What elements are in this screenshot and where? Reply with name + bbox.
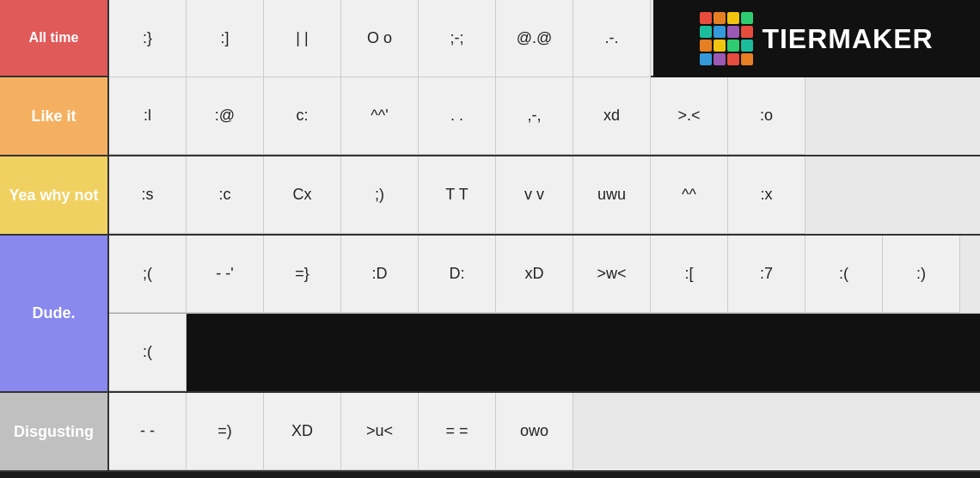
yeawhynot-item-8[interactable]: :x: [728, 156, 805, 234]
disgusting-label: Disgusting: [0, 393, 107, 470]
likeit-item-5[interactable]: ,-,: [496, 77, 573, 155]
dude-row1-item-5[interactable]: xD: [496, 236, 573, 313]
likeit-item-8[interactable]: :o: [728, 77, 805, 155]
likeit-item-7[interactable]: >.<: [651, 77, 728, 155]
alltime-item-6[interactable]: .-.: [573, 0, 651, 77]
logo-cell-7: [741, 26, 753, 38]
alltime-items: :}:]| |O o;-;@.@.-.: [107, 0, 653, 77]
dude-row2-dark-fill: [187, 314, 980, 391]
likeit-label: Like it: [0, 77, 107, 155]
row-yeawhynot: Yea why not :s:cCx;)T Tv vuwu^^:x: [0, 156, 980, 236]
yeawhynot-item-7[interactable]: ^^: [651, 156, 728, 234]
disgusting-item-1[interactable]: =): [187, 393, 264, 470]
likeit-item-4[interactable]: . .: [419, 77, 496, 155]
logo-cell-11: [741, 40, 753, 52]
logo-cell-10: [727, 40, 739, 52]
logo-cell-3: [741, 12, 753, 24]
alltime-item-3[interactable]: O o: [341, 0, 419, 77]
alltime-item-5[interactable]: @.@: [496, 0, 573, 77]
yeawhynot-item-3[interactable]: ;): [341, 156, 419, 234]
logo-cell-4: [700, 26, 712, 38]
row-disgusting: Disgusting - -=)XD>u<= =owo: [0, 393, 980, 472]
disgusting-item-3[interactable]: >u<: [341, 393, 419, 470]
tiermaker-logo: TiERMAKER: [700, 12, 933, 65]
dude-row2-item-0[interactable]: :(: [109, 314, 187, 391]
yeawhynot-label: Yea why not: [0, 156, 107, 234]
logo-cell-13: [714, 53, 726, 65]
dude-label: Dude.: [0, 236, 107, 391]
logo-cell-5: [714, 26, 726, 38]
alltime-label: All time: [0, 0, 107, 77]
dude-row1-item-9[interactable]: :(: [805, 236, 883, 313]
disgusting-item-4[interactable]: = =: [419, 393, 496, 470]
dude-row1-item-8[interactable]: :7: [728, 236, 805, 313]
yeawhynot-item-2[interactable]: Cx: [264, 156, 341, 234]
yeawhynot-item-5[interactable]: v v: [496, 156, 573, 234]
alltime-item-2[interactable]: | |: [264, 0, 341, 77]
dude-rows: ;(- -'=}:DD:xD>w<:[:7:(:) :(: [107, 236, 980, 391]
dude-row1-item-4[interactable]: D:: [419, 236, 496, 313]
likeit-item-6[interactable]: xd: [573, 77, 651, 155]
dude-subrow-2: :(: [109, 314, 980, 391]
logo-cell-9: [714, 40, 726, 52]
logo-cell-6: [727, 26, 739, 38]
dude-subrow-1: ;(- -'=}:DD:xD>w<:[:7:(:): [109, 236, 980, 314]
likeit-item-3[interactable]: ^^': [341, 77, 419, 155]
disgusting-item-5[interactable]: owo: [496, 393, 573, 470]
row-dude: Dude. ;(- -'=}:DD:xD>w<:[:7:(:) :(: [0, 236, 980, 393]
yeawhynot-item-6[interactable]: uwu: [573, 156, 651, 234]
alltime-item-0[interactable]: :}: [109, 0, 187, 77]
header-row: All time :}:]| |O o;-;@.@.-. TiERMAKER: [0, 0, 980, 77]
tiermaker-logo-area: TiERMAKER: [653, 0, 980, 77]
dude-row1-item-10[interactable]: :): [883, 236, 960, 313]
yeawhynot-item-4[interactable]: T T: [419, 156, 496, 234]
yeawhynot-items: :s:cCx;)T Tv vuwu^^:x: [107, 156, 980, 234]
logo-cell-15: [741, 53, 753, 65]
likeit-item-2[interactable]: c:: [264, 77, 341, 155]
alltime-item-4[interactable]: ;-;: [419, 0, 496, 77]
dude-row1-item-3[interactable]: :D: [341, 236, 419, 313]
yeawhynot-item-0[interactable]: :s: [109, 156, 187, 234]
row-likeit: Like it :l:@c:^^'. .,-,xd>.<:o: [0, 77, 980, 156]
logo-text: TiERMAKER: [762, 23, 933, 55]
likeit-items: :l:@c:^^'. .,-,xd>.<:o: [107, 77, 980, 155]
logo-cell-8: [700, 40, 712, 52]
logo-cell-1: [714, 12, 726, 24]
alltime-item-1[interactable]: :]: [187, 0, 264, 77]
dude-row1-item-1[interactable]: - -': [187, 236, 264, 313]
disgusting-items: - -=)XD>u<= =owo: [107, 393, 980, 470]
dude-row1-item-2[interactable]: =}: [264, 236, 341, 313]
logo-grid: [700, 12, 753, 65]
yeawhynot-item-1[interactable]: :c: [187, 156, 264, 234]
disgusting-item-2[interactable]: XD: [264, 393, 341, 470]
dude-row1-item-7[interactable]: :[: [651, 236, 728, 313]
logo-cell-0: [700, 12, 712, 24]
logo-cell-2: [727, 12, 739, 24]
likeit-item-0[interactable]: :l: [109, 77, 187, 155]
tier-table: All time :}:]| |O o;-;@.@.-. TiERMAKER L…: [0, 0, 980, 472]
dude-row1-item-6[interactable]: >w<: [573, 236, 651, 313]
likeit-item-1[interactable]: :@: [187, 77, 264, 155]
dude-row1-item-0[interactable]: ;(: [109, 236, 187, 313]
disgusting-item-0[interactable]: - -: [109, 393, 187, 470]
logo-cell-14: [727, 53, 739, 65]
logo-cell-12: [700, 53, 712, 65]
